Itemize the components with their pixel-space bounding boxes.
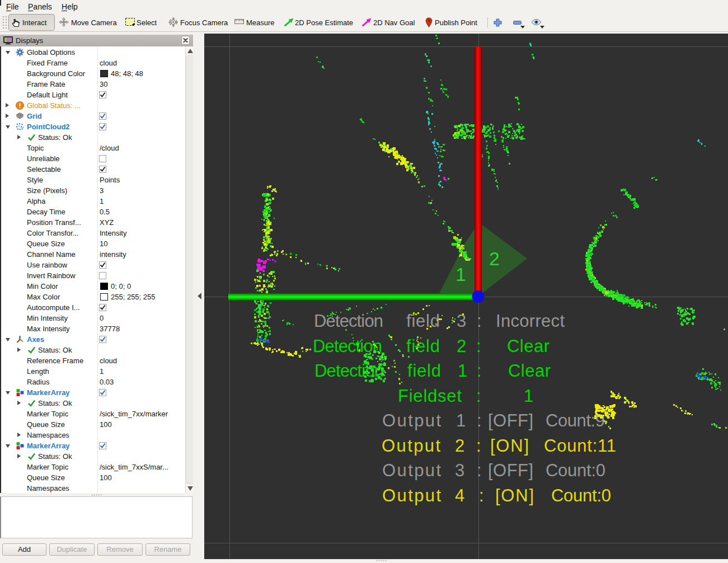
svg-text:Output1:[OFF]Count:9: Output1:[OFF]Count:9 xyxy=(382,411,605,430)
svg-text:1: 1 xyxy=(455,264,466,285)
svg-text:Detectionfield3:Incorrect: Detectionfield3:Incorrect xyxy=(314,311,565,331)
svg-text:2: 2 xyxy=(489,248,500,269)
svg-text:Detectionfield1:Clear: Detectionfield1:Clear xyxy=(314,361,551,381)
svg-text:Detectionfield2:Clear: Detectionfield2:Clear xyxy=(313,336,549,356)
svg-text:Output4:[ON]Count:0: Output4:[ON]Count:0 xyxy=(382,486,611,505)
svg-text:Output3:[OFF]Count:0: Output3:[OFF]Count:0 xyxy=(382,461,605,480)
svg-text:Output2:[ON]Count:11: Output2:[ON]Count:11 xyxy=(382,436,616,456)
